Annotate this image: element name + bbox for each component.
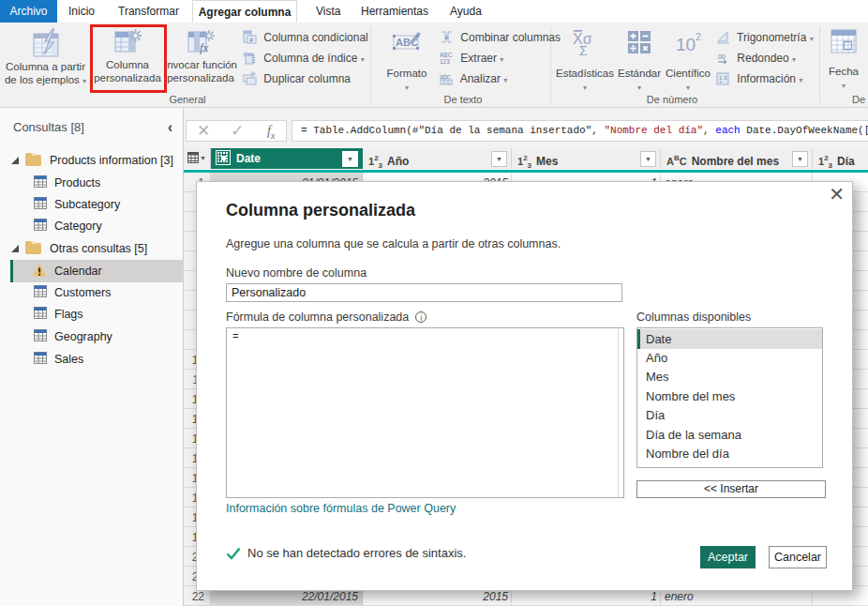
svg-text:ABC: ABC — [440, 52, 453, 58]
svg-text:123: 123 — [440, 58, 450, 65]
svg-text:fx: fx — [200, 40, 209, 54]
svg-text:.00: .00 — [716, 53, 726, 60]
svg-text:≠: ≠ — [249, 36, 254, 44]
svg-text:2: 2 — [696, 31, 701, 42]
svg-text:10: 10 — [676, 35, 696, 54]
svg-text:+: + — [719, 79, 723, 84]
svg-text:2: 2 — [252, 58, 256, 64]
svg-text:Σ: Σ — [579, 43, 588, 56]
svg-text:abc: abc — [440, 73, 451, 80]
